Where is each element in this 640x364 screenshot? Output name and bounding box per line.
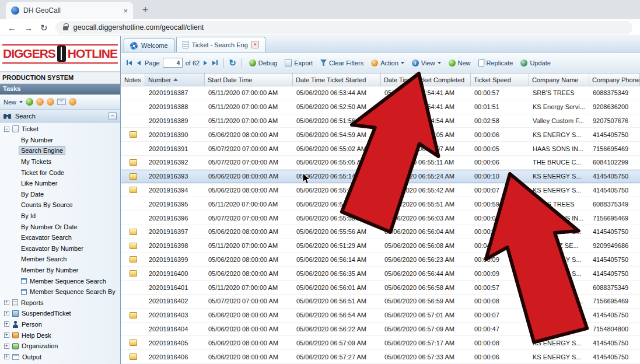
tab-welcome[interactable]: Welcome — [124, 38, 174, 52]
new-button[interactable]: New — [446, 58, 474, 68]
column-header-start-date-time[interactable]: Start Date Time — [205, 74, 293, 86]
refresh-icon[interactable]: ↻ — [229, 58, 236, 67]
table-row[interactable]: 2020191638905/11/2020 07:00:00 AM05/06/2… — [121, 114, 640, 128]
tree-item-output[interactable]: +Output — [0, 351, 120, 362]
column-header-notes[interactable]: Notes — [121, 74, 145, 86]
expand-icon[interactable]: + — [4, 354, 9, 359]
tree-item-by-date[interactable]: By Date — [0, 189, 120, 200]
table-row[interactable]: 2020191638805/11/2020 07:00:00 AM05/06/2… — [121, 100, 640, 114]
table-row[interactable]: 2020191640405/06/2020 08:00:00 AM05/06/2… — [121, 323, 640, 337]
action-button[interactable]: Action — [368, 58, 407, 68]
browser-tab[interactable]: DH GeoCall × — [6, 2, 133, 19]
toolbar-button-label: New — [458, 60, 471, 66]
next-page-button[interactable] — [202, 60, 208, 66]
first-page-button[interactable] — [125, 59, 133, 66]
debug-button[interactable]: Debug — [246, 58, 280, 68]
replicate-button[interactable]: Replicate — [475, 58, 516, 68]
page-total-label: of 62 — [186, 60, 200, 66]
tab-ticket-search-engine[interactable]: Ticket - Search Eng × — [176, 37, 265, 52]
tree-item-reports[interactable]: +Reports — [0, 298, 120, 309]
table-row[interactable]: 2020191639605/07/2020 07:00:00 AM05/06/2… — [121, 211, 640, 225]
cell-company: KS ENERGY S... — [529, 336, 589, 349]
back-button[interactable]: ← — [8, 23, 16, 32]
new-tab-button[interactable]: + — [138, 2, 153, 18]
export-button[interactable]: Export — [282, 58, 316, 68]
reload-button[interactable]: ↻ — [40, 23, 48, 32]
table-row[interactable]: 2020191639105/07/2020 07:00:00 AM05/06/2… — [121, 142, 640, 156]
tree-item-member-sequence-search[interactable]: Member Sequence Search — [0, 275, 120, 286]
tree-item-by-number-or-date[interactable]: By Number Or Date — [0, 221, 120, 232]
page-number-input[interactable] — [163, 58, 183, 68]
view-button[interactable]: View — [409, 58, 444, 68]
tree-item-help-desk[interactable]: +Help Desk — [0, 330, 120, 341]
tree-item-member-sequence-search-by[interactable]: Member Sequence Search By — [0, 286, 120, 298]
tree-item-search-engine[interactable]: Search Engine — [0, 145, 120, 156]
column-header-company-phone[interactable]: Company Phone — [589, 74, 640, 86]
column-header-date-time-ticket-completed[interactable]: Date Time Ticket Completed — [381, 74, 471, 86]
cell-speed: 00:00:07 — [471, 309, 529, 322]
expand-icon[interactable]: + — [4, 300, 9, 305]
previous-page-button[interactable] — [136, 60, 142, 66]
column-header-date-time-ticket-started[interactable]: Date Time Ticket Started — [293, 74, 381, 86]
table-row[interactable]: 2020191639405/06/2020 08:00:00 AM05/06/2… — [121, 184, 640, 198]
url-bar[interactable]: geocall.diggershotline.com/geocall/clien… — [55, 21, 632, 34]
table-row[interactable]: 2020191639205/07/2020 07:00:00 AM05/06/2… — [121, 156, 640, 170]
task-icon-3[interactable] — [69, 98, 76, 106]
sequence-search-icon — [21, 278, 27, 284]
table-row[interactable]: 2020191639905/06/2020 08:00:00 AM05/06/2… — [121, 253, 640, 267]
clear-filters-button[interactable]: Clear Filters — [317, 58, 366, 68]
table-row[interactable]: 2020191639705/06/2020 08:00:00 AM05/06/2… — [121, 225, 640, 239]
tree-item-my-tickets[interactable]: My Tickets — [0, 156, 120, 167]
column-header-number[interactable]: Number — [145, 74, 205, 86]
close-tab-icon[interactable]: × — [251, 41, 259, 48]
collapse-icon[interactable]: − — [4, 127, 9, 132]
table-row[interactable]: 2020191640305/06/2020 08:00:00 AM05/06/2… — [121, 309, 640, 323]
tree-item-ticket[interactable]: −Ticket — [0, 124, 120, 135]
last-page-button[interactable] — [211, 59, 219, 66]
tree-item-counts-by-source[interactable]: Counts By Source — [0, 200, 120, 211]
forward-button[interactable]: → — [24, 23, 33, 32]
table-row[interactable]: 2020191640105/11/2020 07:00:00 AM05/06/2… — [121, 281, 640, 295]
table-row[interactable]: 2020191638705/11/2020 07:00:00 AM05/06/2… — [121, 86, 640, 100]
tree-item-person[interactable]: +Person — [0, 319, 120, 330]
cell-speed: 00:00:10 — [471, 170, 529, 183]
table-row[interactable]: 2020191639505/11/2020 07:00:00 AM05/06/2… — [121, 197, 640, 211]
column-header-company-name[interactable]: Company Name — [529, 74, 589, 86]
table-row[interactable]: 2020191640505/06/2020 08:00:00 AM05/06/2… — [121, 336, 640, 350]
tree-item-by-number[interactable]: By Number — [0, 135, 120, 146]
cell-notes — [121, 253, 145, 267]
person-icon — [12, 321, 19, 328]
tree-item-organization[interactable]: +Organization — [0, 341, 120, 352]
task-icon-2[interactable] — [47, 98, 54, 106]
collapse-section-button[interactable]: − — [109, 112, 117, 120]
tab-close-icon[interactable]: × — [123, 6, 128, 15]
expand-icon[interactable]: + — [4, 321, 9, 327]
table-row[interactable]: 2020191639805/11/2020 07:00:00 AM05/06/2… — [121, 239, 640, 253]
expand-icon[interactable]: + — [4, 311, 9, 316]
column-header-ticket-speed[interactable]: Ticket Speed — [471, 74, 529, 86]
task-icon-1[interactable] — [36, 98, 44, 106]
cell-notes — [121, 309, 145, 322]
expand-icon[interactable]: + — [4, 344, 9, 349]
tree-item-suspendedticket[interactable]: +SuspendedTicket — [0, 308, 120, 319]
tree-item-by-id[interactable]: By Id — [0, 211, 120, 222]
update-button[interactable]: Update — [517, 58, 553, 68]
table-row[interactable]: 2020191639005/06/2020 08:00:00 AM05/06/2… — [121, 128, 640, 142]
table-row[interactable]: 2020191639305/06/2020 08:00:00 AM05/06/2… — [121, 170, 640, 184]
table-row[interactable]: 2020191640005/06/2020 08:00:00 AM05/06/2… — [121, 267, 640, 281]
tree-item-member-search[interactable]: Member Search — [0, 254, 120, 265]
new-task-icon[interactable] — [26, 98, 33, 106]
new-menu-button[interactable]: New — [4, 99, 16, 106]
cell-notes — [121, 197, 145, 211]
table-row[interactable]: 2020191640605/06/2020 08:00:00 AM05/06/2… — [121, 350, 640, 364]
table-row[interactable]: 2020191640205/07/2020 07:00:00 AM05/06/2… — [121, 295, 640, 309]
tree-item-member-by-number[interactable]: Member By Number — [0, 265, 120, 276]
reports-icon — [12, 299, 18, 306]
tree-item-excavator-search[interactable]: Excavator Search — [0, 232, 120, 243]
tree-item-ticket-for-code[interactable]: Ticket for Code — [0, 167, 120, 178]
mail-icon[interactable] — [57, 99, 66, 105]
tree-item-excavator-by-number[interactable]: Excavator By Number — [0, 243, 120, 254]
tree-item-like-number[interactable]: Like Number — [0, 178, 120, 189]
search-section-header[interactable]: Search − — [0, 110, 120, 123]
expand-icon[interactable]: + — [4, 332, 9, 338]
